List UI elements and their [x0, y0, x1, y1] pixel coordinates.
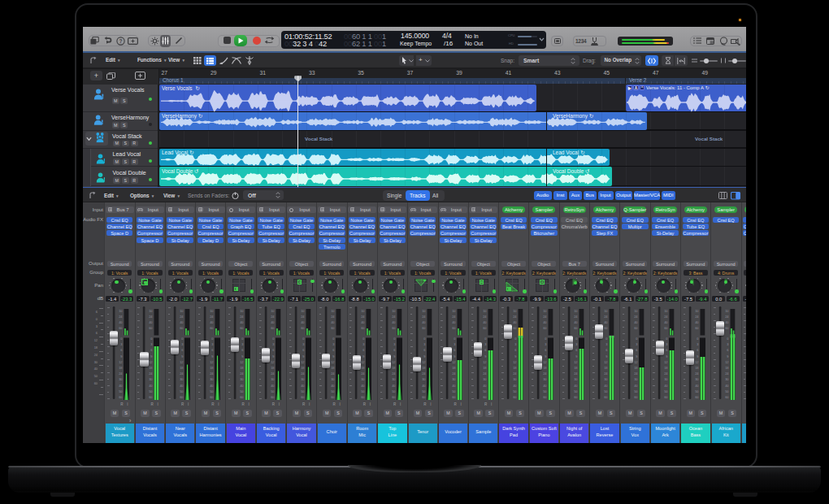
svg-text:24: 24 [362, 371, 366, 376]
svg-text:18: 18 [695, 366, 698, 370]
svg-text:0: 0 [363, 337, 365, 341]
svg-text:24: 24 [240, 315, 244, 319]
svg-text:60: 60 [180, 395, 183, 399]
svg-text:3: 3 [393, 342, 395, 346]
svg-text:50: 50 [725, 389, 728, 393]
svg-text:9: 9 [363, 354, 365, 358]
svg-text:60: 60 [331, 395, 334, 399]
svg-text:24: 24 [483, 371, 487, 376]
svg-text:60: 60 [634, 326, 637, 330]
svg-text:9: 9 [666, 354, 668, 358]
svg-text:10: 10 [180, 309, 183, 313]
svg-text:40: 40 [271, 384, 274, 388]
svg-text:18: 18 [483, 366, 486, 370]
svg-text:9: 9 [697, 354, 698, 358]
svg-text:?: ? [119, 37, 122, 43]
svg-text:40: 40 [634, 384, 637, 388]
svg-text:10: 10 [725, 309, 728, 313]
svg-text:6: 6 [727, 348, 728, 352]
svg-text:3: 3 [332, 342, 334, 346]
svg-text:60: 60 [574, 326, 577, 330]
svg-text:60: 60 [271, 326, 274, 330]
svg-text:18: 18 [271, 366, 274, 370]
svg-text:12: 12 [604, 360, 607, 364]
svg-text:40: 40 [665, 384, 668, 388]
svg-text:40: 40 [392, 384, 395, 388]
svg-text:40: 40 [119, 320, 122, 324]
svg-text:3: 3 [423, 342, 425, 346]
svg-text:40: 40 [513, 320, 516, 324]
svg-text:3: 3 [484, 342, 486, 346]
svg-text:0: 0 [484, 337, 486, 341]
svg-text:18: 18 [210, 366, 213, 370]
svg-text:18: 18 [665, 366, 668, 370]
svg-text:24: 24 [271, 315, 275, 319]
svg-text:24: 24 [634, 371, 638, 376]
svg-text:3: 3 [727, 342, 728, 346]
svg-text:6: 6 [514, 348, 516, 352]
svg-text:18: 18 [543, 366, 546, 370]
svg-text:3: 3 [242, 342, 244, 346]
svg-text:50: 50 [543, 389, 546, 393]
svg-text:60: 60 [574, 395, 577, 399]
svg-text:40: 40 [301, 384, 304, 388]
svg-text:6: 6 [636, 348, 637, 352]
svg-text:40: 40 [362, 384, 365, 388]
svg-text:6: 6 [151, 348, 153, 352]
svg-text:50: 50 [452, 389, 455, 393]
svg-text:40: 40 [665, 320, 668, 324]
svg-text:12: 12 [634, 360, 637, 364]
svg-text:0: 0 [575, 337, 577, 341]
svg-text:24: 24 [362, 315, 366, 319]
svg-text:40: 40 [94, 367, 98, 371]
svg-text:10: 10 [543, 309, 546, 313]
svg-text:6: 6 [393, 348, 395, 352]
svg-text:3: 3 [96, 324, 98, 328]
svg-text:24: 24 [574, 371, 578, 376]
svg-text:6: 6 [181, 348, 183, 352]
svg-text:30: 30 [574, 377, 577, 381]
svg-text:30: 30 [695, 377, 698, 381]
svg-text:50: 50 [240, 389, 243, 393]
svg-text:6: 6 [332, 348, 334, 352]
svg-text:18: 18 [362, 366, 365, 370]
svg-text:40: 40 [149, 384, 152, 388]
svg-text:6: 6 [363, 348, 365, 352]
svg-text:60: 60 [665, 395, 668, 399]
svg-text:40: 40 [452, 320, 455, 324]
svg-text:60: 60 [240, 395, 243, 399]
svg-text:6: 6 [120, 348, 122, 352]
svg-text:24: 24 [695, 371, 699, 376]
svg-text:30: 30 [119, 377, 122, 381]
svg-text:24: 24 [301, 315, 305, 319]
svg-text:40: 40 [149, 320, 152, 324]
svg-text:6: 6 [697, 348, 698, 352]
svg-text:9: 9 [575, 354, 577, 358]
svg-text:24: 24 [725, 315, 729, 319]
svg-text:3: 3 [181, 342, 183, 346]
svg-text:24: 24 [331, 371, 335, 376]
svg-text:30: 30 [210, 377, 213, 381]
svg-text:0: 0 [151, 337, 153, 341]
svg-text:60: 60 [422, 395, 425, 399]
svg-text:12: 12 [483, 360, 486, 364]
svg-text:0: 0 [545, 337, 547, 341]
svg-text:10: 10 [331, 309, 334, 313]
svg-text:60: 60 [210, 395, 213, 399]
svg-text:10: 10 [452, 309, 455, 313]
svg-text:30: 30 [452, 377, 455, 381]
svg-text:60: 60 [119, 395, 122, 399]
svg-text:24: 24 [210, 371, 214, 376]
svg-text:10: 10 [271, 309, 274, 313]
svg-text:24: 24 [180, 315, 184, 319]
svg-text:12: 12 [452, 360, 455, 364]
svg-text:10: 10 [392, 309, 395, 313]
svg-text:10: 10 [634, 309, 637, 313]
svg-text:24: 24 [452, 315, 456, 319]
svg-text:3: 3 [151, 342, 153, 346]
svg-text:60: 60 [149, 326, 152, 330]
svg-text:3: 3 [666, 342, 668, 346]
svg-text:40: 40 [452, 384, 455, 388]
svg-text:18: 18 [392, 366, 395, 370]
svg-text:24: 24 [422, 371, 426, 376]
